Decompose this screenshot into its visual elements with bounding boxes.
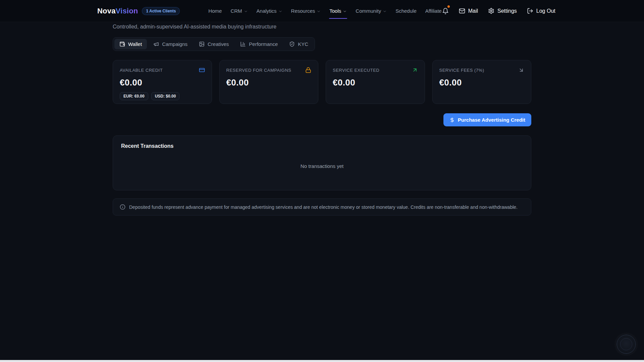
nav-item-schedule[interactable]: Schedule [395,6,417,16]
chat-widget-button[interactable] [617,335,636,354]
nav-item-crm[interactable]: CRM [230,6,248,16]
tab-label: Wallet [128,41,142,47]
disclaimer-banner: Deposited funds represent advance paymen… [113,198,531,216]
chevron-down-icon [317,9,321,13]
arrow-up-right-icon [412,67,418,73]
page-subtitle: Controlled, admin-supervised AI-assisted… [113,24,531,30]
tab-label: KYC [298,41,308,47]
active-clients-badge: 1 Active Clients [142,7,180,15]
megaphone-icon [153,41,159,47]
stat-label: SERVICE FEES (7%) [439,68,484,73]
notifications-button[interactable] [442,8,449,14]
dollar-icon [449,117,455,123]
brand-nova: Nova [97,7,116,15]
arrow-down-right-icon [518,67,524,73]
nav-item-tools[interactable]: Tools [329,6,347,16]
settings-label: Settings [497,8,517,14]
tab-wallet[interactable]: Wallet [114,39,147,49]
brand-logo[interactable]: NovaVision [97,7,138,15]
usd-balance-badge: USD: $0.00 [151,92,180,100]
tab-campaigns[interactable]: Campaigns [148,39,193,49]
nav-item-community[interactable]: Community [355,6,387,16]
stat-card-reserved: RESERVED FOR CAMPAIGNS €0.00 [219,60,319,104]
stat-card-service-executed: SERVICE EXECUTED €0.00 [326,60,425,104]
nav-item-label: Analytics [257,8,277,14]
logout-label: Log Out [536,8,555,14]
gear-icon [488,8,494,14]
horizontal-scrollbar[interactable] [0,360,644,362]
mail-icon [459,8,465,14]
chevron-down-icon [278,9,282,13]
tab-label: Creatives [208,41,229,47]
transactions-title: Recent Transactions [121,143,523,149]
main-content: Controlled, admin-supervised AI-assisted… [113,24,531,216]
transactions-empty-message: No transactions yet [121,149,523,183]
logout-icon [527,8,533,14]
stat-label: SERVICE EXECUTED [333,68,379,73]
lock-icon [305,67,311,73]
stat-value: €0.00 [120,77,205,88]
stat-value: €0.00 [439,77,525,88]
info-icon [120,204,125,210]
stat-label: RESERVED FOR CAMPAIGNS [226,68,291,73]
nav-item-label: Affiliate [425,8,442,14]
disclaimer-text: Deposited funds represent advance paymen… [129,204,518,210]
purchase-credit-label: Purchase Advertising Credit [458,117,525,123]
stat-card-service-fees: SERVICE FEES (7%) €0.00 [432,60,532,104]
tab-label: Campaigns [162,41,187,47]
shield-check-icon [289,41,295,47]
stat-value: €0.00 [226,77,312,88]
nav-item-label: Home [208,8,222,14]
mail-label: Mail [468,8,478,14]
settings-button[interactable]: Settings [488,8,517,14]
stat-label: AVAILABLE CREDIT [120,68,163,73]
nav-item-resources[interactable]: Resources [291,6,321,16]
brand: NovaVision 1 Active Clients [97,7,180,15]
purchase-credit-button[interactable]: Purchase Advertising Credit [443,113,531,126]
credit-card-icon [199,67,205,73]
mail-button[interactable]: Mail [459,8,478,14]
nav-item-analytics[interactable]: Analytics [256,6,283,16]
notification-dot [447,5,450,8]
wallet-icon [119,41,125,47]
nav-item-label: Resources [291,8,315,14]
image-icon [199,41,205,47]
top-navigation-bar: NovaVision 1 Active Clients Home CRM Ana… [0,0,644,22]
tab-label: Performance [249,41,278,47]
tab-kyc[interactable]: KYC [284,39,313,49]
nav-item-label: Community [356,8,381,14]
chevron-down-icon [383,9,387,13]
nav-item-label: CRM [230,8,242,14]
stat-card-available-credit: AVAILABLE CREDIT €0.00 EUR: €0.00 USD: $… [113,60,212,104]
logout-button[interactable]: Log Out [527,8,555,14]
bar-chart-icon [240,41,246,47]
stat-value: €0.00 [333,77,418,88]
brand-vision: Vision [116,7,138,15]
eur-balance-badge: EUR: €0.00 [120,92,148,100]
chevron-down-icon [343,9,347,13]
bell-icon [442,8,449,14]
wallet-stats-grid: AVAILABLE CREDIT €0.00 EUR: €0.00 USD: $… [113,60,531,104]
nav-item-affiliate[interactable]: Affiliate [425,6,442,16]
nav-item-home[interactable]: Home [208,6,222,16]
recent-transactions-card: Recent Transactions No transactions yet [113,135,531,190]
nav-item-label: Schedule [395,8,417,14]
header-actions: Mail Settings Log Out [442,8,555,14]
tab-creatives[interactable]: Creatives [194,39,234,49]
main-nav: Home CRM Analytics Resources Tools Commu… [208,6,442,16]
tab-performance[interactable]: Performance [235,39,283,49]
nav-item-label: Tools [329,8,341,14]
chevron-down-icon [244,9,248,13]
wallet-section-tabs: Wallet Campaigns Creatives Performance K… [113,37,315,51]
